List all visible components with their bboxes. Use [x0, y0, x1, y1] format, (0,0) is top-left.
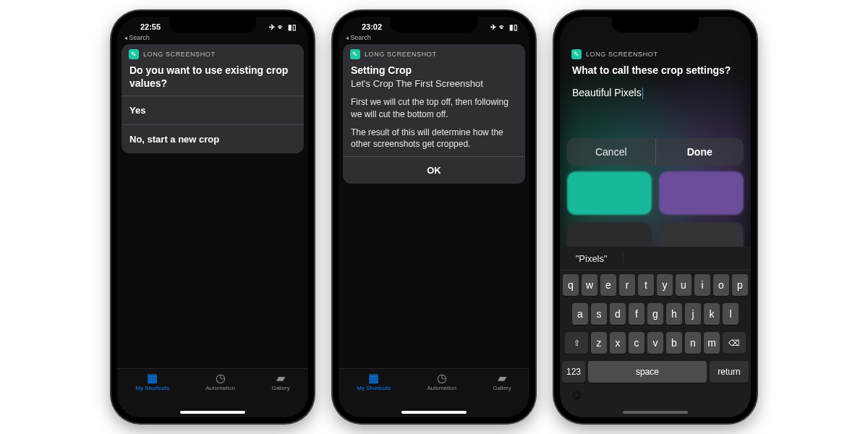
status-time: 23:02 — [350, 22, 393, 31]
key-p[interactable]: p — [732, 274, 748, 296]
back-to-search[interactable]: Search — [124, 34, 150, 41]
key-q[interactable]: q — [563, 274, 579, 296]
keyboard-footer: ☺ — [560, 385, 751, 403]
input-action-row: Cancel Done — [567, 138, 744, 166]
key-z[interactable]: z — [591, 332, 607, 354]
key-c[interactable]: c — [629, 332, 644, 354]
phone-mockup-1: 22:55 ✈ ᯤ ▮▯ Search LONG SCREENSHOT Do y… — [111, 11, 314, 423]
space-key[interactable]: space — [588, 361, 707, 383]
key-row-4: 123 space return — [560, 357, 751, 385]
key-m[interactable]: m — [704, 332, 720, 354]
backspace-key[interactable]: ⌫ — [723, 332, 746, 354]
status-icons: ✈ ᯤ ▮▯ — [490, 23, 518, 31]
battery-icon: ▮▯ — [509, 23, 518, 31]
key-b[interactable]: b — [666, 332, 682, 354]
wifi-icon: ᯤ — [499, 23, 506, 31]
key-t[interactable]: t — [638, 274, 654, 296]
key-i[interactable]: i — [694, 274, 710, 296]
option-no-new-crop[interactable]: No, start a new crop — [122, 124, 304, 153]
cancel-button[interactable]: Cancel — [567, 138, 656, 166]
shortcut-tile[interactable] — [567, 171, 652, 215]
key-s[interactable]: s — [591, 303, 607, 325]
grid-icon: ▦ — [147, 373, 158, 384]
clock-icon: ◷ — [437, 373, 447, 384]
key-d[interactable]: d — [610, 303, 626, 325]
key-a[interactable]: a — [572, 303, 588, 325]
tab-automation[interactable]: ◷ Automation — [205, 373, 234, 391]
status-time: 22:55 — [129, 22, 172, 31]
key-h[interactable]: h — [666, 303, 682, 325]
key-v[interactable]: v — [647, 332, 663, 354]
shift-key[interactable]: ⇧ — [565, 332, 588, 354]
crop-name-input[interactable]: Beautiful Pixels — [564, 82, 746, 109]
tab-gallery[interactable]: ▰ Gallery — [271, 373, 289, 391]
option-yes[interactable]: Yes — [122, 95, 304, 124]
key-row-2: a s d f g h j k l — [560, 299, 751, 328]
back-to-search[interactable]: Search — [346, 34, 371, 41]
tab-bar: ▦ My Shortcuts ◷ Automation ▰ Gallery — [339, 368, 529, 417]
key-u[interactable]: u — [676, 274, 692, 296]
shortcut-app-name: LONG SCREENSHOT — [586, 51, 658, 58]
shortcut-input-card: LONG SCREENSHOT What to call these crop … — [564, 44, 746, 109]
key-k[interactable]: k — [704, 303, 720, 325]
stack-icon: ▰ — [276, 373, 285, 384]
key-row-1: q w e r t y u i o p — [560, 271, 751, 299]
key-l[interactable]: l — [723, 303, 739, 325]
key-e[interactable]: e — [600, 274, 616, 296]
key-w[interactable]: w — [582, 274, 597, 296]
wifi-icon: ᯤ — [278, 23, 285, 31]
predictive-suggestion[interactable]: "Pixels" — [560, 253, 624, 264]
tab-my-shortcuts[interactable]: ▦ My Shortcuts — [135, 373, 169, 391]
numbers-key[interactable]: 123 — [562, 361, 585, 383]
tab-label: Automation — [205, 385, 234, 391]
tab-bar: ▦ My Shortcuts ◷ Automation ▰ Gallery — [117, 368, 308, 417]
key-o[interactable]: o — [713, 274, 729, 296]
ios-keyboard: "Pixels" q w e r t y u i o p a s d f — [560, 247, 751, 417]
return-key[interactable]: return — [710, 361, 749, 383]
done-button[interactable]: Done — [656, 138, 744, 166]
info-subtitle: Let's Crop The First Screenshot — [351, 78, 483, 89]
tab-label: Gallery — [493, 385, 511, 391]
shortcut-app-icon — [129, 49, 139, 59]
key-g[interactable]: g — [647, 303, 663, 325]
key-r[interactable]: r — [619, 274, 635, 296]
shortcut-info-card: LONG SCREENSHOT Setting Crop Let's Crop … — [343, 44, 525, 184]
clock-icon: ◷ — [216, 373, 226, 384]
device-notch — [612, 17, 699, 33]
home-indicator[interactable] — [623, 411, 688, 414]
phone-mockup-3: LONG SCREENSHOT What to call these crop … — [554, 11, 757, 423]
tab-automation[interactable]: ◷ Automation — [427, 373, 456, 391]
info-body-1: First we will cut the top off, then foll… — [343, 96, 525, 127]
device-notch — [169, 17, 256, 33]
home-indicator[interactable] — [401, 411, 467, 414]
shortcut-app-icon — [571, 49, 582, 59]
tab-my-shortcuts[interactable]: ▦ My Shortcuts — [357, 373, 391, 391]
shortcut-app-name: LONG SCREENSHOT — [365, 51, 437, 58]
phone-mockup-2: 23:02 ✈ ᯤ ▮▯ Search LONG SCREENSHOT Sett… — [333, 11, 535, 423]
emoji-key[interactable]: ☺ — [570, 388, 583, 403]
prompt-question: Do you want to use existing crop values? — [122, 61, 304, 95]
predictive-bar: "Pixels" — [560, 247, 751, 271]
input-prompt: What to call these crop settings? — [564, 61, 746, 82]
device-notch — [391, 17, 477, 33]
tab-label: Automation — [427, 385, 456, 391]
key-f[interactable]: f — [629, 303, 644, 325]
stack-icon: ▰ — [498, 373, 506, 384]
key-row-3: ⇧ z x c v b n m ⌫ — [560, 328, 751, 357]
home-indicator[interactable] — [180, 411, 245, 414]
key-j[interactable]: j — [685, 303, 701, 325]
airplane-icon: ✈ — [490, 23, 496, 31]
battery-icon: ▮▯ — [288, 23, 297, 31]
shortcut-prompt-card: LONG SCREENSHOT Do you want to use exist… — [122, 44, 304, 153]
ok-button[interactable]: OK — [343, 156, 525, 184]
key-n[interactable]: n — [685, 332, 701, 354]
grid-icon: ▦ — [368, 373, 379, 384]
key-x[interactable]: x — [610, 332, 626, 354]
info-title: Setting Crop Let's Crop The First Screen… — [343, 61, 525, 96]
tab-gallery[interactable]: ▰ Gallery — [493, 373, 511, 391]
shortcut-tile[interactable] — [659, 171, 744, 215]
key-y[interactable]: y — [657, 274, 673, 296]
shortcut-app-icon — [350, 49, 360, 59]
info-body-2: The result of this will determine how th… — [343, 127, 525, 157]
airplane-icon: ✈ — [269, 23, 275, 31]
